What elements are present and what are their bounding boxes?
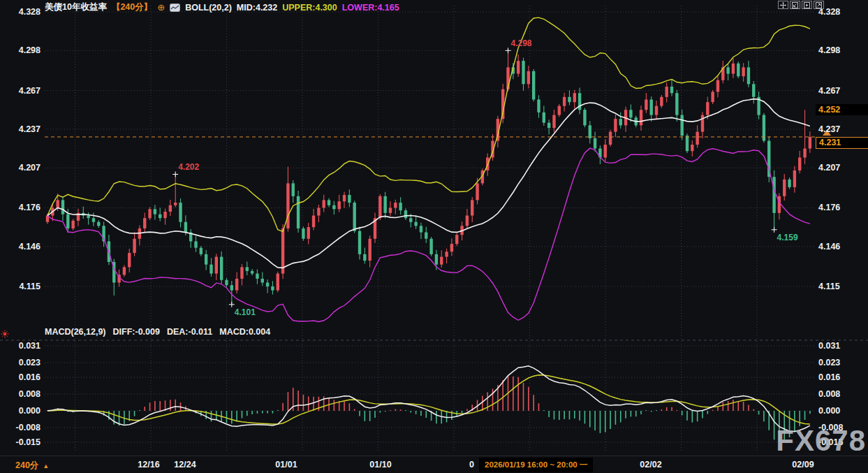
- candlestick-series: [46, 50, 811, 304]
- macd-axis-label: 0.023: [818, 357, 867, 368]
- extreme-cross-icon: [506, 48, 511, 53]
- macd-header: MACD(26,12,9) DIFF:-0.009 DEA:-0.011 MAC…: [45, 327, 270, 337]
- macd-dea-value: DEA:-0.011: [167, 327, 212, 337]
- macd-axis-label: 0.031: [818, 340, 867, 351]
- period-label: 【240分】: [112, 1, 152, 13]
- chart-canvas[interactable]: [0, 0, 868, 456]
- axis-prefix-value: 0: [469, 460, 474, 470]
- extreme-price-label: 4.159: [777, 233, 798, 242]
- price-axis-label: 4.237: [818, 124, 867, 135]
- price-axis-label: 4.267: [0, 85, 41, 96]
- ref-price-box: 4.252: [816, 104, 868, 115]
- macd-histogram: [47, 376, 810, 442]
- boll-mid-line: [47, 99, 810, 268]
- extreme-cross-icon: [229, 302, 235, 307]
- price-axis-label: 4.176: [0, 202, 41, 213]
- selected-bar-time-range: 2026/01/19 16:00 ~ 20:00 一: [479, 458, 593, 472]
- macd-diff-value: DIFF:-0.009: [113, 327, 160, 337]
- price-axis-label: 4.176: [818, 202, 867, 213]
- boll-lower-line: [47, 148, 810, 321]
- price-axis-label: 4.237: [0, 124, 41, 135]
- play-icon[interactable]: [802, 1, 812, 9]
- period-selector-label: 240分: [15, 460, 38, 472]
- macd-axis-label: -0.015: [0, 437, 41, 448]
- boll-mid-value: MID:4.232: [237, 3, 277, 13]
- macd-axis-label: -0.008: [0, 422, 41, 433]
- price-axis-label: 4.115: [818, 281, 867, 292]
- extreme-cross-icon: [172, 171, 178, 177]
- price-axis-label: 4.328: [0, 6, 41, 17]
- extreme-cross-icon: [772, 227, 777, 233]
- macd-axis-label: 0.023: [0, 357, 41, 368]
- boll-upper-value: UPPER:4.300: [282, 3, 337, 13]
- last-price-box: 4.231: [816, 137, 868, 149]
- chart-header: 美债10年收益率 【240分】 ⊕ BOLL(20,2) MID:4.232 U…: [45, 1, 399, 13]
- last-price-value: 4.231: [819, 138, 841, 147]
- macd-axis-label: 0.016: [0, 372, 41, 383]
- price-axis-label: 4.267: [818, 85, 867, 96]
- price-axis-label: 4.298: [0, 45, 41, 56]
- price-axis-label: 4.298: [818, 45, 867, 56]
- snapshot-icon[interactable]: [790, 1, 800, 9]
- extreme-price-label: 4.202: [178, 162, 199, 172]
- ref-price-value: 4.252: [818, 105, 840, 115]
- boll-lower-value: LOWER:4.165: [342, 3, 399, 13]
- boll-label: BOLL(20,2): [185, 3, 232, 13]
- live-dot-icon: [1, 329, 10, 342]
- extreme-price-label: 4.298: [511, 38, 532, 48]
- date-axis-label: 12/24: [174, 460, 196, 470]
- macd-dea-line: [47, 375, 810, 424]
- pan-icon[interactable]: [778, 1, 788, 9]
- price-axis-label: 4.146: [818, 241, 867, 252]
- macd-axis-label: 0.000: [818, 405, 867, 416]
- price-axis-label: 4.328: [818, 6, 867, 17]
- chart-style-icon[interactable]: [170, 3, 180, 12]
- chevron-up-icon: ▲: [43, 463, 49, 470]
- macd-axis-label: 0.008: [818, 388, 867, 400]
- macd-axis-label: 0.008: [0, 388, 41, 400]
- instrument-title: 美债10年收益率: [45, 1, 107, 13]
- date-axis-label: 02/09: [792, 460, 814, 470]
- fx678-watermark: FX678: [776, 426, 866, 456]
- date-axis-label: 01/10: [369, 460, 391, 470]
- time-axis-bar: 240分 ▲ 12/1612/2401/0101/1002/0202/09 0 …: [0, 456, 868, 473]
- macd-diff-line: [47, 366, 810, 432]
- period-selector[interactable]: 240分 ▲: [15, 460, 49, 472]
- macd-axis-label: 0.000: [0, 405, 41, 416]
- price-axis-label: 4.146: [0, 241, 41, 252]
- chart-window: 美债10年收益率 【240分】 ⊕ BOLL(20,2) MID:4.232 U…: [0, 0, 868, 473]
- add-indicator-icon[interactable]: ⊕: [157, 2, 165, 13]
- macd-name: MACD(26,12,9): [45, 327, 106, 337]
- extreme-price-label: 4.101: [235, 307, 256, 317]
- boll-upper-line: [47, 17, 810, 231]
- price-axis-label: 4.207: [0, 162, 41, 173]
- price-axis-label: 4.115: [0, 281, 41, 292]
- macd-axis-label: 0.016: [818, 372, 867, 383]
- macd-axis-label: 0.031: [0, 340, 41, 351]
- date-axis-label: 01/01: [275, 460, 297, 470]
- macd-macd-value: MACD:0.004: [219, 327, 270, 337]
- date-axis-label: 12/16: [138, 460, 159, 470]
- export-icon[interactable]: [814, 1, 824, 9]
- chart-toolbar: [778, 1, 824, 9]
- price-axis-label: 4.207: [818, 162, 867, 173]
- date-axis-label: 02/02: [640, 460, 661, 470]
